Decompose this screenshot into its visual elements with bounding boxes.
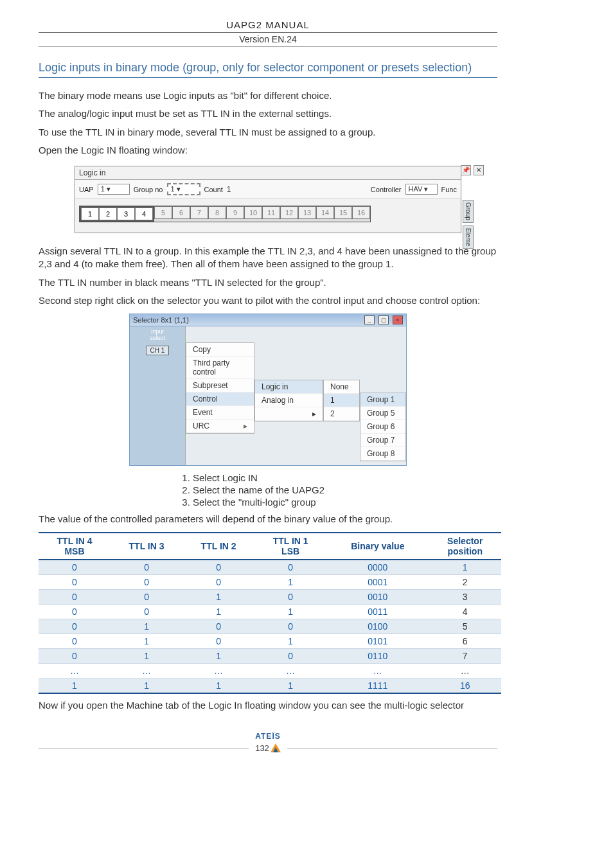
- channel-12[interactable]: 12: [280, 206, 298, 219]
- footer-rule: [39, 748, 249, 748]
- channel-6[interactable]: 6: [172, 206, 190, 219]
- table-row: ………………: [39, 664, 501, 678]
- channel-14[interactable]: 14: [316, 206, 334, 219]
- channel-11[interactable]: 11: [262, 206, 280, 219]
- channel-1[interactable]: 1: [81, 208, 99, 220]
- close-icon[interactable]: ×: [393, 315, 403, 324]
- body-text: To use the TTL IN in binary mode, severa…: [39, 126, 497, 139]
- menu-item[interactable]: Copy: [186, 343, 254, 357]
- menu-col4: Group 1 Group 5 Group 6 Group 7 Group 8: [360, 393, 406, 461]
- table-cell: 1: [254, 678, 326, 694]
- window-title: Logic in: [75, 166, 461, 180]
- table-cell: 1: [254, 634, 326, 649]
- table-row: 010001005: [39, 619, 501, 634]
- menu-item[interactable]: Third party control: [186, 357, 254, 379]
- table-cell: 1: [182, 649, 254, 664]
- menu-col1: Copy Third party control Subpreset Contr…: [186, 342, 254, 434]
- table-cell: 0: [182, 634, 254, 649]
- table-cell: …: [39, 664, 111, 678]
- menu-item-logic-in[interactable]: Logic in: [255, 380, 323, 394]
- table-row: 000000001: [39, 560, 501, 575]
- col-header: TTL IN 1LSB: [254, 533, 326, 560]
- menu-item[interactable]: Event: [186, 406, 254, 420]
- menu-item[interactable]: Analog in: [255, 394, 323, 407]
- menu-item-sub[interactable]: ▸: [255, 407, 323, 421]
- table-cell: 16: [429, 678, 501, 694]
- channel-15[interactable]: 15: [334, 206, 352, 219]
- channel-10[interactable]: 10: [244, 206, 262, 219]
- menu-item[interactable]: Group 5: [360, 407, 405, 420]
- body-text: Open the Logic IN floating window:: [39, 144, 497, 157]
- channel-8[interactable]: 8: [208, 206, 226, 219]
- menu-item-control[interactable]: Control: [186, 393, 254, 406]
- maximize-icon[interactable]: ▢: [378, 315, 389, 324]
- menu-item-1[interactable]: 1: [324, 394, 359, 407]
- menu-item[interactable]: Subpreset: [186, 379, 254, 393]
- channel-16[interactable]: 16: [352, 206, 370, 219]
- table-cell: 0: [182, 560, 254, 575]
- channel-box[interactable]: CH 1: [146, 346, 170, 355]
- channel-5[interactable]: 5: [154, 206, 172, 219]
- list-item: Select the "multi-logic" group: [193, 497, 497, 508]
- table-row: 001000103: [39, 590, 501, 605]
- table-cell: 0: [111, 560, 182, 575]
- table-cell: 0: [39, 590, 111, 605]
- list-item: Select Logic IN: [193, 472, 497, 483]
- version-line: Version EN.24: [39, 34, 497, 47]
- minimize-icon[interactable]: _: [364, 315, 375, 324]
- channel-3[interactable]: 3: [117, 208, 135, 220]
- table-cell: 0: [182, 619, 254, 634]
- table-cell: 1: [111, 634, 182, 649]
- table-cell: 1: [254, 575, 326, 590]
- menu-item[interactable]: Group 6: [360, 420, 405, 434]
- group-select[interactable]: 1 ▾: [167, 183, 200, 195]
- table-cell: 0: [254, 619, 326, 634]
- table-cell: 0: [254, 590, 326, 605]
- body-text: The binary mode means use Logic inputs a…: [39, 89, 497, 102]
- table-cell: …: [326, 664, 429, 678]
- table-cell: …: [182, 664, 254, 678]
- menu-col2: Logic in Analog in ▸: [254, 380, 323, 421]
- table-cell: 5: [429, 619, 501, 634]
- body-text: Assign several TTL IN to a group. In thi…: [39, 245, 497, 271]
- controller-label: Controller: [371, 186, 402, 193]
- table-cell: 0100: [326, 619, 429, 634]
- table-cell: 1: [182, 678, 254, 694]
- channel-row: 1 2 3 4 5 6 7 8 9 10 11 12 13 14 15 16: [79, 206, 371, 222]
- table-cell: 0: [111, 590, 182, 605]
- table-row: 010101016: [39, 634, 501, 649]
- channel-9[interactable]: 9: [226, 206, 244, 219]
- menu-item[interactable]: Group 8: [360, 447, 405, 461]
- channel-2[interactable]: 2: [99, 208, 117, 220]
- body-text: The value of the controlled parameters w…: [39, 513, 497, 526]
- page-number: 132: [255, 743, 281, 753]
- table-cell: 1: [111, 619, 182, 634]
- table-cell: …: [429, 664, 501, 678]
- footer-logo-icon: [271, 743, 281, 752]
- table-row: 001100114: [39, 605, 501, 619]
- table-row: 000100012: [39, 575, 501, 590]
- table-cell: 0001: [326, 575, 429, 590]
- tab-group[interactable]: Group: [463, 200, 474, 223]
- group-label: Group no: [134, 186, 163, 193]
- menu-item-group1[interactable]: Group 1: [360, 393, 405, 407]
- channel-13[interactable]: 13: [298, 206, 316, 219]
- table-cell: 0: [111, 605, 182, 619]
- menu-item-2[interactable]: 2: [324, 407, 359, 421]
- controller-select[interactable]: HAV ▾: [405, 184, 438, 195]
- tab-eleme[interactable]: Eleme: [463, 226, 474, 249]
- table-cell: 0010: [326, 590, 429, 605]
- menu-item-urc[interactable]: URC: [186, 420, 254, 433]
- table-cell: 0: [39, 649, 111, 664]
- channel-7[interactable]: 7: [190, 206, 208, 219]
- count-label: Count: [204, 186, 223, 193]
- channel-4[interactable]: 4: [135, 208, 153, 220]
- table-cell: 0: [39, 634, 111, 649]
- pin-icon[interactable]: 📌: [461, 165, 471, 175]
- table-cell: 0101: [326, 634, 429, 649]
- uap-select[interactable]: 1 ▾: [98, 184, 130, 195]
- menu-item[interactable]: Group 7: [360, 434, 405, 447]
- menu-item-none[interactable]: None: [324, 380, 359, 394]
- table-cell: 1: [182, 605, 254, 619]
- close-icon[interactable]: ✕: [474, 165, 484, 175]
